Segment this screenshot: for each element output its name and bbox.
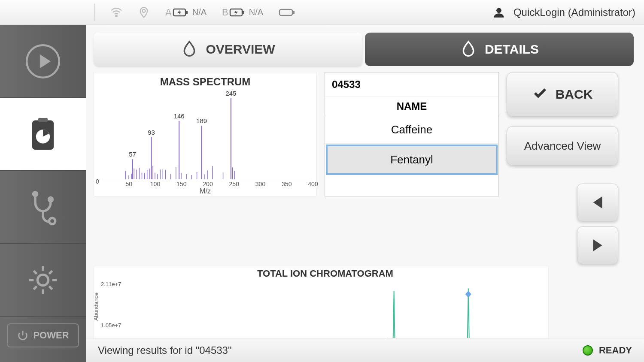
svg-marker-58 bbox=[593, 196, 602, 208]
top-status-bar: A N/A B N/A QuickLogin (Administrator) bbox=[0, 0, 644, 25]
left-arrow-icon bbox=[589, 193, 607, 211]
battery-a-prefix: A bbox=[165, 7, 172, 18]
svg-marker-60 bbox=[465, 291, 471, 298]
ms-xaxis-label: M/z bbox=[94, 187, 316, 195]
user-icon bbox=[493, 6, 505, 18]
battery-main-icon bbox=[279, 7, 296, 18]
svg-rect-7 bbox=[293, 11, 295, 14]
svg-point-8 bbox=[496, 8, 501, 13]
ms-xtick: 100 bbox=[150, 181, 160, 187]
svg-text:93: 93 bbox=[148, 129, 155, 136]
battery-a-status: A N/A bbox=[165, 7, 207, 18]
back-button[interactable]: BACK bbox=[507, 72, 618, 117]
tic-ytick: 2.11e+7 bbox=[101, 281, 121, 287]
svg-point-17 bbox=[49, 218, 55, 224]
ms-xtick: 350 bbox=[282, 181, 292, 187]
advanced-label: Advanced View bbox=[524, 139, 601, 153]
svg-marker-59 bbox=[593, 239, 602, 251]
back-label: BACK bbox=[556, 87, 593, 102]
ms-xtick: 300 bbox=[255, 181, 265, 187]
ms-xtick: 250 bbox=[229, 181, 239, 187]
right-button-column: BACK Advanced View bbox=[507, 72, 618, 264]
power-label: POWER bbox=[33, 330, 69, 341]
sidebar: POWER bbox=[0, 25, 86, 362]
tab-overview[interactable]: OVERVIEW bbox=[94, 33, 362, 66]
svg-point-0 bbox=[115, 15, 117, 17]
tabs: OVERVIEW DETAILS bbox=[94, 33, 634, 66]
ms-xtick: 400 bbox=[308, 181, 318, 187]
drop-icon bbox=[460, 39, 477, 60]
ms-plot-area: 5793146189245 bbox=[103, 90, 312, 179]
advanced-view-button[interactable]: Advanced View bbox=[507, 126, 618, 166]
sidebar-results-button[interactable] bbox=[0, 98, 86, 171]
ms-xtick: 50 bbox=[125, 181, 132, 187]
location-icon bbox=[138, 6, 150, 18]
tic-yaxis-label: Abundance bbox=[93, 293, 99, 321]
svg-point-16 bbox=[49, 197, 53, 201]
tic-chart-title: TOTAL ION CHROMATOGRAM bbox=[257, 268, 393, 279]
result-row[interactable]: Caffeine bbox=[325, 116, 498, 144]
svg-rect-5 bbox=[243, 11, 244, 14]
right-arrow-icon bbox=[589, 236, 607, 254]
battery-b-value: N/A bbox=[249, 7, 263, 17]
mass-spectrum-chart[interactable]: MASS SPECTRUM 5793146189245 0 5010015020… bbox=[94, 72, 317, 196]
svg-marker-10 bbox=[40, 54, 51, 68]
svg-point-18 bbox=[37, 275, 48, 285]
next-button[interactable] bbox=[577, 226, 618, 264]
tab-details-label: DETAILS bbox=[485, 42, 539, 57]
drop-icon bbox=[181, 39, 198, 60]
status-indicator-dot bbox=[583, 345, 593, 356]
ms-chart-title: MASS SPECTRUM bbox=[94, 76, 316, 88]
svg-text:245: 245 bbox=[225, 90, 236, 97]
ms-xtick: 200 bbox=[203, 181, 213, 187]
sidebar-settings-button[interactable] bbox=[0, 244, 86, 317]
status-message: Viewing results for id "04533" bbox=[98, 344, 231, 356]
svg-point-15 bbox=[33, 192, 37, 196]
tic-ytick: 1.05e+7 bbox=[101, 322, 121, 329]
battery-b-prefix: B bbox=[222, 7, 228, 18]
battery-a-value: N/A bbox=[192, 7, 207, 17]
wifi-icon bbox=[110, 6, 122, 18]
tab-overview-label: OVERVIEW bbox=[206, 42, 275, 57]
battery-b-status: B N/A bbox=[222, 7, 263, 18]
main-panel: OVERVIEW DETAILS MASS SPECTRUM 579314618… bbox=[86, 25, 644, 338]
divider bbox=[94, 4, 95, 21]
sidebar-run-button[interactable] bbox=[0, 25, 86, 98]
ms-xtick: 150 bbox=[176, 181, 186, 187]
svg-rect-3 bbox=[186, 11, 188, 14]
svg-rect-13 bbox=[38, 118, 48, 122]
tab-details[interactable]: DETAILS bbox=[365, 33, 634, 66]
result-id: 04533 bbox=[325, 72, 498, 97]
ms-y-zero: 0 bbox=[96, 178, 99, 185]
svg-text:189: 189 bbox=[196, 117, 207, 124]
status-text: READY bbox=[599, 345, 632, 356]
svg-rect-6 bbox=[279, 9, 292, 15]
check-icon bbox=[532, 85, 548, 104]
bottom-status-bar: Viewing results for id "04533" READY bbox=[86, 338, 644, 362]
svg-text:57: 57 bbox=[129, 151, 136, 158]
prev-button[interactable] bbox=[577, 184, 618, 221]
results-name-header: NAME bbox=[325, 97, 498, 116]
svg-point-1 bbox=[143, 9, 146, 12]
sidebar-diagnostics-button[interactable] bbox=[0, 171, 86, 244]
user-label[interactable]: QuickLogin (Administrator) bbox=[513, 6, 635, 18]
svg-text:146: 146 bbox=[174, 112, 185, 120]
results-panel: 04533 NAME CaffeineFentanyl bbox=[325, 72, 499, 196]
power-button[interactable]: POWER bbox=[7, 323, 79, 347]
result-row[interactable]: Fentanyl bbox=[326, 145, 498, 175]
